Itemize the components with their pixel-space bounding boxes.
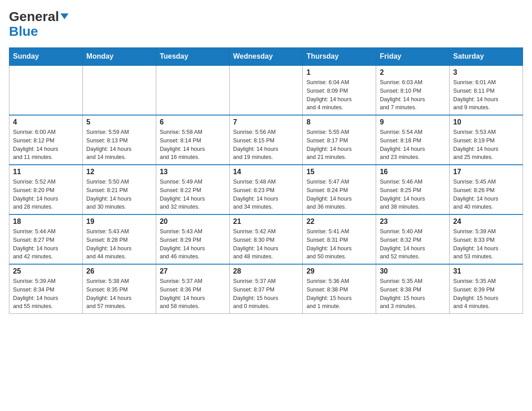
day-number: 9 <box>380 118 446 126</box>
calendar-cell: 16Sunrise: 5:46 AM Sunset: 8:25 PM Dayli… <box>376 165 450 214</box>
calendar-cell <box>82 65 156 115</box>
calendar-cell: 8Sunrise: 5:55 AM Sunset: 8:17 PM Daylig… <box>303 115 376 165</box>
calendar-cell: 2Sunrise: 6:03 AM Sunset: 8:10 PM Daylig… <box>376 65 450 115</box>
day-of-week-header: Tuesday <box>156 48 229 66</box>
calendar-cell: 7Sunrise: 5:56 AM Sunset: 8:15 PM Daylig… <box>229 115 303 165</box>
day-info: Sunrise: 5:42 AM Sunset: 8:30 PM Dayligh… <box>233 227 299 261</box>
day-number: 24 <box>453 218 519 226</box>
calendar-cell: 10Sunrise: 5:53 AM Sunset: 8:19 PM Dayli… <box>450 115 523 165</box>
day-number: 16 <box>380 168 446 176</box>
calendar-cell: 17Sunrise: 5:45 AM Sunset: 8:26 PM Dayli… <box>450 165 523 214</box>
day-info: Sunrise: 5:49 AM Sunset: 8:22 PM Dayligh… <box>160 178 226 211</box>
day-of-week-header: Sunday <box>9 48 83 66</box>
calendar-cell: 9Sunrise: 5:54 AM Sunset: 8:18 PM Daylig… <box>376 115 450 165</box>
day-number: 10 <box>453 118 519 126</box>
day-number: 14 <box>233 168 299 176</box>
calendar-cell: 28Sunrise: 5:37 AM Sunset: 8:37 PM Dayli… <box>229 264 303 314</box>
day-number: 7 <box>233 118 299 126</box>
page-header: General Blue <box>9 9 523 39</box>
day-number: 8 <box>306 118 372 126</box>
day-info: Sunrise: 5:59 AM Sunset: 8:13 PM Dayligh… <box>86 128 152 162</box>
calendar-week-row: 18Sunrise: 5:44 AM Sunset: 8:27 PM Dayli… <box>9 214 523 264</box>
day-number: 27 <box>160 267 226 275</box>
day-of-week-header: Wednesday <box>229 48 303 66</box>
day-info: Sunrise: 5:43 AM Sunset: 8:28 PM Dayligh… <box>86 227 152 261</box>
day-number: 2 <box>380 68 446 77</box>
calendar-table: SundayMondayTuesdayWednesdayThursdayFrid… <box>9 47 523 314</box>
day-number: 30 <box>380 267 446 275</box>
day-number: 15 <box>306 168 372 176</box>
calendar-cell: 1Sunrise: 6:04 AM Sunset: 8:09 PM Daylig… <box>303 65 376 115</box>
day-of-week-header: Monday <box>82 48 156 66</box>
day-number: 21 <box>233 218 299 226</box>
day-number: 23 <box>380 218 446 226</box>
day-info: Sunrise: 5:50 AM Sunset: 8:21 PM Dayligh… <box>86 178 152 211</box>
day-info: Sunrise: 5:41 AM Sunset: 8:31 PM Dayligh… <box>306 227 372 261</box>
calendar-cell: 21Sunrise: 5:42 AM Sunset: 8:30 PM Dayli… <box>229 214 303 264</box>
calendar-cell: 20Sunrise: 5:43 AM Sunset: 8:29 PM Dayli… <box>156 214 229 264</box>
day-info: Sunrise: 5:52 AM Sunset: 8:20 PM Dayligh… <box>13 178 79 211</box>
day-number: 31 <box>453 267 519 275</box>
day-info: Sunrise: 5:55 AM Sunset: 8:17 PM Dayligh… <box>306 128 372 162</box>
calendar-week-row: 11Sunrise: 5:52 AM Sunset: 8:20 PM Dayli… <box>9 165 523 214</box>
day-info: Sunrise: 5:53 AM Sunset: 8:19 PM Dayligh… <box>453 128 519 162</box>
calendar-cell: 4Sunrise: 6:00 AM Sunset: 8:12 PM Daylig… <box>9 115 83 165</box>
day-number: 5 <box>86 118 152 126</box>
calendar-cell: 13Sunrise: 5:49 AM Sunset: 8:22 PM Dayli… <box>156 165 229 214</box>
day-info: Sunrise: 5:44 AM Sunset: 8:27 PM Dayligh… <box>13 227 79 261</box>
day-info: Sunrise: 5:35 AM Sunset: 8:38 PM Dayligh… <box>380 277 446 311</box>
calendar-cell <box>229 65 303 115</box>
day-info: Sunrise: 5:46 AM Sunset: 8:25 PM Dayligh… <box>380 178 446 211</box>
day-number: 13 <box>160 168 226 176</box>
day-of-week-header: Friday <box>376 48 450 66</box>
day-number: 4 <box>13 118 79 126</box>
calendar-week-row: 1Sunrise: 6:04 AM Sunset: 8:09 PM Daylig… <box>9 65 523 115</box>
logo: General Blue <box>9 9 69 39</box>
day-info: Sunrise: 5:58 AM Sunset: 8:14 PM Dayligh… <box>160 128 226 162</box>
day-info: Sunrise: 5:37 AM Sunset: 8:36 PM Dayligh… <box>160 277 226 311</box>
day-info: Sunrise: 6:04 AM Sunset: 8:09 PM Dayligh… <box>306 78 372 112</box>
calendar-header-row: SundayMondayTuesdayWednesdayThursdayFrid… <box>9 48 523 66</box>
calendar-cell: 14Sunrise: 5:48 AM Sunset: 8:23 PM Dayli… <box>229 165 303 214</box>
day-info: Sunrise: 5:37 AM Sunset: 8:37 PM Dayligh… <box>233 277 299 311</box>
day-info: Sunrise: 5:56 AM Sunset: 8:15 PM Dayligh… <box>233 128 299 162</box>
day-number: 6 <box>160 118 226 126</box>
calendar-cell: 3Sunrise: 6:01 AM Sunset: 8:11 PM Daylig… <box>450 65 523 115</box>
day-number: 3 <box>453 68 519 77</box>
day-info: Sunrise: 5:39 AM Sunset: 8:33 PM Dayligh… <box>453 227 519 261</box>
day-of-week-header: Thursday <box>303 48 376 66</box>
day-info: Sunrise: 6:03 AM Sunset: 8:10 PM Dayligh… <box>380 78 446 112</box>
calendar-week-row: 4Sunrise: 6:00 AM Sunset: 8:12 PM Daylig… <box>9 115 523 165</box>
calendar-cell: 31Sunrise: 5:35 AM Sunset: 8:39 PM Dayli… <box>450 264 523 314</box>
day-number: 11 <box>13 168 79 176</box>
day-number: 26 <box>86 267 152 275</box>
day-number: 17 <box>453 168 519 176</box>
calendar-cell: 15Sunrise: 5:47 AM Sunset: 8:24 PM Dayli… <box>303 165 376 214</box>
calendar-cell: 30Sunrise: 5:35 AM Sunset: 8:38 PM Dayli… <box>376 264 450 314</box>
day-info: Sunrise: 5:47 AM Sunset: 8:24 PM Dayligh… <box>306 178 372 211</box>
day-number: 22 <box>306 218 372 226</box>
calendar-cell: 24Sunrise: 5:39 AM Sunset: 8:33 PM Dayli… <box>450 214 523 264</box>
calendar-cell: 19Sunrise: 5:43 AM Sunset: 8:28 PM Dayli… <box>82 214 156 264</box>
calendar-cell: 22Sunrise: 5:41 AM Sunset: 8:31 PM Dayli… <box>303 214 376 264</box>
day-info: Sunrise: 5:38 AM Sunset: 8:35 PM Dayligh… <box>86 277 152 311</box>
day-info: Sunrise: 5:40 AM Sunset: 8:32 PM Dayligh… <box>380 227 446 261</box>
day-info: Sunrise: 5:48 AM Sunset: 8:23 PM Dayligh… <box>233 178 299 211</box>
day-info: Sunrise: 5:35 AM Sunset: 8:39 PM Dayligh… <box>453 277 519 311</box>
calendar-cell <box>156 65 229 115</box>
calendar-cell: 6Sunrise: 5:58 AM Sunset: 8:14 PM Daylig… <box>156 115 229 165</box>
logo-blue-text: Blue <box>9 24 38 39</box>
day-number: 1 <box>306 68 372 77</box>
day-number: 25 <box>13 267 79 275</box>
day-of-week-header: Saturday <box>450 48 523 66</box>
day-number: 12 <box>86 168 152 176</box>
day-info: Sunrise: 6:01 AM Sunset: 8:11 PM Dayligh… <box>453 78 519 112</box>
day-number: 28 <box>233 267 299 275</box>
day-info: Sunrise: 6:00 AM Sunset: 8:12 PM Dayligh… <box>13 128 79 162</box>
calendar-cell: 25Sunrise: 5:39 AM Sunset: 8:34 PM Dayli… <box>9 264 83 314</box>
day-number: 19 <box>86 218 152 226</box>
day-number: 29 <box>306 267 372 275</box>
calendar-cell: 23Sunrise: 5:40 AM Sunset: 8:32 PM Dayli… <box>376 214 450 264</box>
calendar-cell: 29Sunrise: 5:36 AM Sunset: 8:38 PM Dayli… <box>303 264 376 314</box>
calendar-week-row: 25Sunrise: 5:39 AM Sunset: 8:34 PM Dayli… <box>9 264 523 314</box>
